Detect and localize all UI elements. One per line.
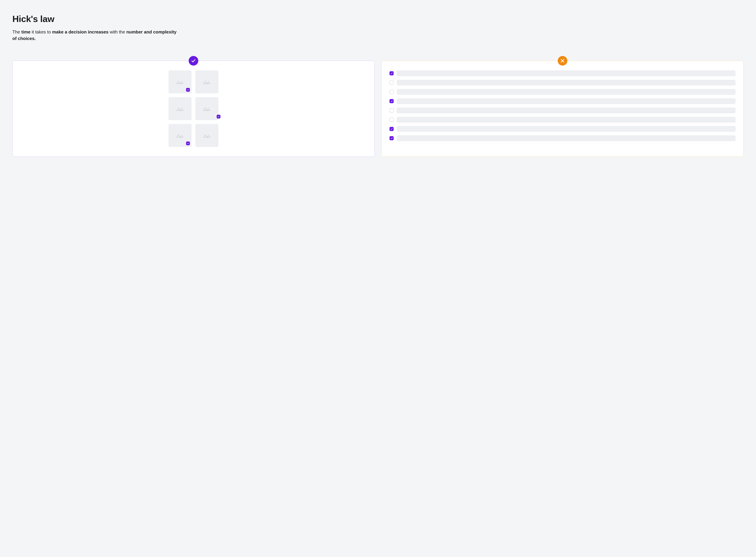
bad-example-panel — [382, 61, 744, 157]
option-row — [390, 89, 735, 95]
checkbox-checked[interactable] — [390, 99, 394, 103]
option-label-placeholder — [397, 117, 735, 123]
cross-badge-icon — [558, 56, 567, 66]
option-label-placeholder — [397, 89, 735, 95]
good-example-panel — [12, 61, 374, 157]
option-label-placeholder — [397, 98, 735, 104]
checkbox-checked[interactable] — [390, 127, 394, 131]
option-row — [390, 117, 735, 123]
option-label-placeholder — [397, 135, 735, 141]
page-title: Hick's law — [12, 14, 212, 24]
option-label-placeholder — [397, 70, 735, 76]
thumbnail[interactable] — [195, 124, 218, 147]
option-row — [390, 98, 735, 104]
thumbnail[interactable] — [169, 124, 192, 147]
thumbnail[interactable] — [195, 97, 218, 120]
checkbox-checked[interactable] — [390, 71, 394, 76]
svg-point-4 — [182, 134, 183, 135]
option-label-placeholder — [397, 80, 735, 86]
check-badge-icon — [189, 56, 198, 66]
thumbnail[interactable] — [169, 97, 192, 120]
svg-point-2 — [182, 108, 183, 108]
svg-point-0 — [182, 81, 183, 81]
checkbox-unchecked[interactable] — [390, 108, 394, 113]
svg-point-5 — [209, 134, 209, 135]
checkbox-unchecked[interactable] — [390, 81, 394, 85]
option-label-placeholder — [397, 126, 735, 132]
options-list — [388, 70, 737, 141]
option-row — [390, 108, 735, 113]
option-row — [390, 135, 735, 141]
thumbnail-checked-icon — [186, 142, 190, 145]
thumbnail-checked-icon — [186, 88, 190, 92]
option-row — [390, 70, 735, 76]
option-label-placeholder — [397, 108, 735, 113]
svg-point-3 — [209, 108, 209, 108]
thumbnail-grid — [19, 70, 368, 147]
option-row — [390, 80, 735, 86]
page-subtitle: The time it takes to make a decision inc… — [12, 29, 177, 42]
checkbox-unchecked[interactable] — [390, 90, 394, 94]
option-row — [390, 126, 735, 132]
checkbox-unchecked[interactable] — [390, 118, 394, 122]
checkbox-checked[interactable] — [390, 136, 394, 140]
thumbnail-checked-icon — [217, 115, 220, 118]
svg-point-1 — [209, 81, 209, 81]
comparison-panels — [12, 61, 744, 157]
thumbnail[interactable] — [169, 70, 192, 93]
thumbnail[interactable] — [195, 70, 218, 93]
